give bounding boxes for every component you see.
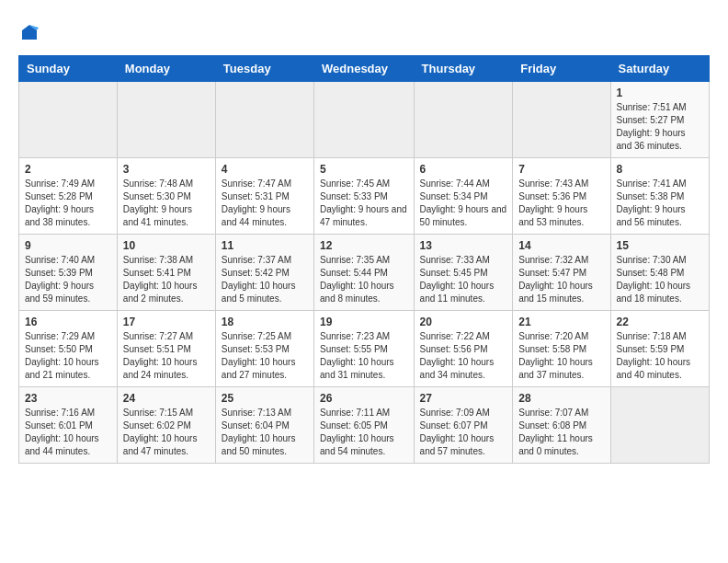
day-info: Sunrise: 7:43 AM Sunset: 5:36 PM Dayligh… xyxy=(518,178,604,229)
day-info: Sunrise: 7:15 AM Sunset: 6:02 PM Dayligh… xyxy=(123,407,210,458)
day-number: 19 xyxy=(320,316,408,328)
day-info: Sunrise: 7:18 AM Sunset: 5:59 PM Dayligh… xyxy=(617,330,703,382)
weekday-header-wednesday: Wednesday xyxy=(314,56,415,82)
calendar-cell: 3Sunrise: 7:48 AM Sunset: 5:30 PM Daylig… xyxy=(117,158,215,235)
day-number: 4 xyxy=(222,163,308,176)
calendar-header-row: SundayMondayTuesdayWednesdayThursdayFrid… xyxy=(19,56,710,82)
day-number: 5 xyxy=(320,163,408,176)
weekday-header-friday: Friday xyxy=(513,56,610,82)
day-number: 18 xyxy=(222,316,308,328)
day-info: Sunrise: 7:40 AM Sunset: 5:39 PM Dayligh… xyxy=(25,254,111,305)
day-number: 27 xyxy=(420,392,507,405)
calendar-cell xyxy=(513,82,610,158)
day-info: Sunrise: 7:38 AM Sunset: 5:41 PM Dayligh… xyxy=(123,254,210,305)
day-number: 26 xyxy=(320,392,408,405)
calendar-week-row: 1Sunrise: 7:51 AM Sunset: 5:27 PM Daylig… xyxy=(19,82,710,158)
day-info: Sunrise: 7:13 AM Sunset: 6:04 PM Dayligh… xyxy=(222,407,308,458)
day-number: 21 xyxy=(518,316,604,328)
day-info: Sunrise: 7:22 AM Sunset: 5:56 PM Dayligh… xyxy=(420,330,507,382)
calendar-cell xyxy=(117,82,215,158)
calendar-cell: 25Sunrise: 7:13 AM Sunset: 6:04 PM Dayli… xyxy=(215,387,313,464)
logo-icon xyxy=(20,23,39,41)
weekday-header-thursday: Thursday xyxy=(414,56,513,82)
calendar-cell: 5Sunrise: 7:45 AM Sunset: 5:33 PM Daylig… xyxy=(314,158,415,235)
day-number: 23 xyxy=(25,392,111,405)
day-info: Sunrise: 7:16 AM Sunset: 6:01 PM Dayligh… xyxy=(25,407,111,458)
day-info: Sunrise: 7:09 AM Sunset: 6:07 PM Dayligh… xyxy=(420,407,507,458)
calendar-cell: 14Sunrise: 7:32 AM Sunset: 5:47 PM Dayli… xyxy=(513,235,610,311)
day-info: Sunrise: 7:30 AM Sunset: 5:48 PM Dayligh… xyxy=(617,254,703,305)
calendar-cell: 26Sunrise: 7:11 AM Sunset: 6:05 PM Dayli… xyxy=(314,387,415,464)
calendar-week-row: 23Sunrise: 7:16 AM Sunset: 6:01 PM Dayli… xyxy=(19,387,710,464)
day-number: 22 xyxy=(617,316,703,328)
day-info: Sunrise: 7:33 AM Sunset: 5:45 PM Dayligh… xyxy=(420,254,507,305)
day-number: 2 xyxy=(25,163,111,176)
calendar-cell: 23Sunrise: 7:16 AM Sunset: 6:01 PM Dayli… xyxy=(19,387,118,464)
day-number: 24 xyxy=(123,392,210,405)
calendar-cell: 4Sunrise: 7:47 AM Sunset: 5:31 PM Daylig… xyxy=(215,158,313,235)
day-info: Sunrise: 7:41 AM Sunset: 5:38 PM Dayligh… xyxy=(617,178,703,229)
calendar: SundayMondayTuesdayWednesdayThursdayFrid… xyxy=(18,55,710,464)
day-info: Sunrise: 7:45 AM Sunset: 5:33 PM Dayligh… xyxy=(320,178,408,229)
weekday-header-tuesday: Tuesday xyxy=(215,56,313,82)
day-number: 15 xyxy=(617,239,703,252)
calendar-cell: 1Sunrise: 7:51 AM Sunset: 5:27 PM Daylig… xyxy=(610,82,709,158)
day-info: Sunrise: 7:29 AM Sunset: 5:50 PM Dayligh… xyxy=(25,330,111,382)
day-info: Sunrise: 7:23 AM Sunset: 5:55 PM Dayligh… xyxy=(320,330,408,382)
day-info: Sunrise: 7:37 AM Sunset: 5:42 PM Dayligh… xyxy=(222,254,308,305)
day-number: 10 xyxy=(123,239,210,252)
calendar-cell: 19Sunrise: 7:23 AM Sunset: 5:55 PM Dayli… xyxy=(314,311,415,387)
day-info: Sunrise: 7:27 AM Sunset: 5:51 PM Dayligh… xyxy=(123,330,210,382)
day-number: 13 xyxy=(420,239,507,252)
day-number: 8 xyxy=(617,163,703,176)
calendar-cell xyxy=(610,387,709,464)
calendar-cell: 12Sunrise: 7:35 AM Sunset: 5:44 PM Dayli… xyxy=(314,235,415,311)
calendar-cell xyxy=(314,82,415,158)
calendar-week-row: 2Sunrise: 7:49 AM Sunset: 5:28 PM Daylig… xyxy=(19,158,710,235)
calendar-cell: 21Sunrise: 7:20 AM Sunset: 5:58 PM Dayli… xyxy=(513,311,610,387)
day-number: 7 xyxy=(518,163,604,176)
day-info: Sunrise: 7:11 AM Sunset: 6:05 PM Dayligh… xyxy=(320,407,408,458)
calendar-cell: 24Sunrise: 7:15 AM Sunset: 6:02 PM Dayli… xyxy=(117,387,215,464)
weekday-header-sunday: Sunday xyxy=(19,56,118,82)
calendar-cell: 27Sunrise: 7:09 AM Sunset: 6:07 PM Dayli… xyxy=(414,387,513,464)
day-info: Sunrise: 7:51 AM Sunset: 5:27 PM Dayligh… xyxy=(617,101,703,153)
day-info: Sunrise: 7:32 AM Sunset: 5:47 PM Dayligh… xyxy=(518,254,604,305)
weekday-header-monday: Monday xyxy=(117,56,215,82)
day-number: 6 xyxy=(420,163,507,176)
calendar-cell xyxy=(414,82,513,158)
calendar-cell xyxy=(19,82,118,158)
calendar-cell: 13Sunrise: 7:33 AM Sunset: 5:45 PM Dayli… xyxy=(414,235,513,311)
calendar-cell: 2Sunrise: 7:49 AM Sunset: 5:28 PM Daylig… xyxy=(19,158,118,235)
day-number: 12 xyxy=(320,239,408,252)
day-number: 1 xyxy=(617,86,703,99)
day-info: Sunrise: 7:48 AM Sunset: 5:30 PM Dayligh… xyxy=(123,178,210,229)
calendar-cell: 28Sunrise: 7:07 AM Sunset: 6:08 PM Dayli… xyxy=(513,387,610,464)
calendar-cell: 7Sunrise: 7:43 AM Sunset: 5:36 PM Daylig… xyxy=(513,158,610,235)
calendar-cell: 9Sunrise: 7:40 AM Sunset: 5:39 PM Daylig… xyxy=(19,235,118,311)
logo xyxy=(18,23,39,46)
day-number: 3 xyxy=(123,163,210,176)
calendar-cell: 18Sunrise: 7:25 AM Sunset: 5:53 PM Dayli… xyxy=(215,311,313,387)
day-number: 20 xyxy=(420,316,507,328)
calendar-cell: 6Sunrise: 7:44 AM Sunset: 5:34 PM Daylig… xyxy=(414,158,513,235)
day-info: Sunrise: 7:49 AM Sunset: 5:28 PM Dayligh… xyxy=(25,178,111,229)
day-number: 17 xyxy=(123,316,210,328)
calendar-cell xyxy=(215,82,313,158)
calendar-cell: 22Sunrise: 7:18 AM Sunset: 5:59 PM Dayli… xyxy=(610,311,709,387)
calendar-cell: 10Sunrise: 7:38 AM Sunset: 5:41 PM Dayli… xyxy=(117,235,215,311)
day-info: Sunrise: 7:47 AM Sunset: 5:31 PM Dayligh… xyxy=(222,178,308,229)
day-number: 25 xyxy=(222,392,308,405)
day-number: 28 xyxy=(518,392,604,405)
calendar-cell: 11Sunrise: 7:37 AM Sunset: 5:42 PM Dayli… xyxy=(215,235,313,311)
day-info: Sunrise: 7:07 AM Sunset: 6:08 PM Dayligh… xyxy=(518,407,604,458)
day-number: 9 xyxy=(25,239,111,252)
calendar-cell: 20Sunrise: 7:22 AM Sunset: 5:56 PM Dayli… xyxy=(414,311,513,387)
calendar-week-row: 16Sunrise: 7:29 AM Sunset: 5:50 PM Dayli… xyxy=(19,311,710,387)
calendar-cell: 16Sunrise: 7:29 AM Sunset: 5:50 PM Dayli… xyxy=(19,311,118,387)
weekday-header-saturday: Saturday xyxy=(610,56,709,82)
day-info: Sunrise: 7:44 AM Sunset: 5:34 PM Dayligh… xyxy=(420,178,507,229)
day-number: 14 xyxy=(518,239,604,252)
calendar-cell: 8Sunrise: 7:41 AM Sunset: 5:38 PM Daylig… xyxy=(610,158,709,235)
day-info: Sunrise: 7:35 AM Sunset: 5:44 PM Dayligh… xyxy=(320,254,408,305)
